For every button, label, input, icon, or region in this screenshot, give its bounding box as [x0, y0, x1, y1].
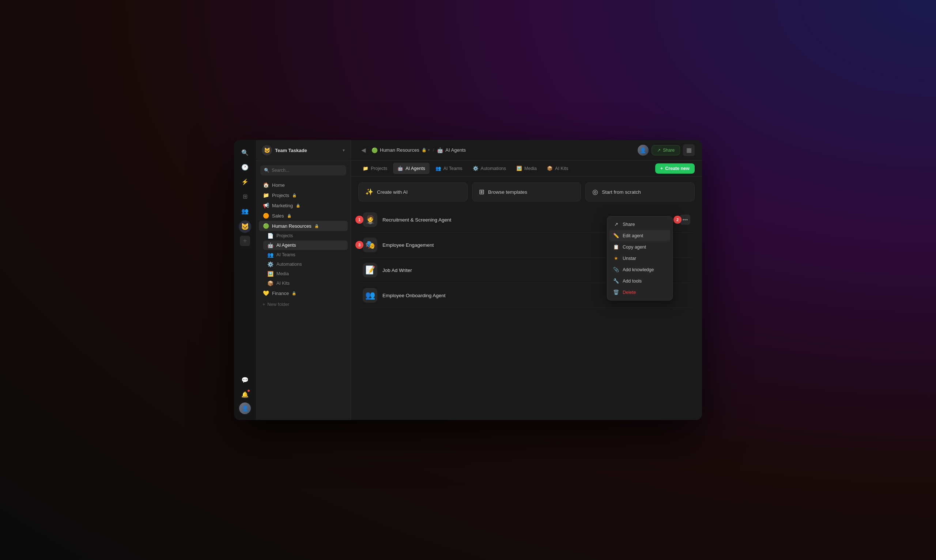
- sidebar-item-ai-teams[interactable]: 👥 AI Teams: [263, 250, 348, 260]
- tab-media-label: Media: [524, 166, 537, 171]
- tab-ai-agents[interactable]: 🤖 AI Agents: [393, 163, 430, 174]
- team-icon-btn[interactable]: 👥: [239, 204, 251, 217]
- menu-item-add-knowledge[interactable]: 📎 Add knowledge: [610, 264, 670, 275]
- sidebar-item-media[interactable]: 🖼️ Media: [263, 269, 348, 278]
- sidebar-item-marketing[interactable]: 📢 Marketing 🔒: [259, 200, 348, 211]
- breadcrumb-workspace[interactable]: 🟢 Human Resources 🔒 ▾: [371, 147, 430, 153]
- ai-kits-icon: 📦: [267, 280, 274, 286]
- agent-name-job-ad: Job Ad Writer: [382, 268, 412, 273]
- search-box[interactable]: 🔍: [260, 165, 346, 175]
- marketing-icon: 📢: [263, 203, 269, 208]
- tab-automations-label: Automations: [481, 166, 506, 171]
- automations-label: Automations: [276, 262, 302, 267]
- top-bar: ◀ 🟢 Human Resources 🔒 ▾ / 🤖 AI Agents 👤 …: [351, 140, 702, 160]
- unstar-label: Unstar: [623, 256, 636, 261]
- menu-item-unstar[interactable]: ★ Unstar: [610, 252, 670, 264]
- projects-label: Projects: [272, 192, 289, 198]
- workspace-chevron-icon: 🔒 ▾: [422, 148, 430, 152]
- search-input[interactable]: [272, 168, 343, 173]
- browse-templates-card[interactable]: ⊞ Browse templates: [472, 182, 581, 202]
- menu-item-add-tools[interactable]: 🔧 Add tools: [610, 275, 670, 286]
- tab-ai-teams[interactable]: 👥 AI Teams: [431, 163, 467, 174]
- projects-lock-icon: 🔒: [292, 193, 297, 197]
- menu-item-share[interactable]: ↗ Share: [610, 218, 670, 230]
- media-icon: 🖼️: [267, 271, 274, 277]
- tab-projects[interactable]: 📁 Projects: [358, 163, 392, 174]
- finance-lock-icon: 🔒: [292, 291, 296, 295]
- layout-toggle-button[interactable]: ▦: [683, 145, 695, 156]
- hr-lock-icon: 🔒: [314, 224, 319, 228]
- team-chevron-icon[interactable]: ▾: [343, 148, 345, 153]
- delete-label: Delete: [623, 290, 636, 295]
- sidebar-item-sales[interactable]: 🟠 Sales 🔒: [259, 211, 348, 221]
- agent-name-recruitment: Recruitment & Screening Agent: [382, 217, 451, 223]
- workspace-breadcrumb-text: Human Resources: [380, 147, 419, 153]
- sidebar-item-home[interactable]: 🏠 Home: [259, 180, 348, 190]
- new-folder-btn[interactable]: + New folder: [259, 300, 348, 309]
- ai-teams-label: AI Teams: [276, 252, 296, 257]
- grid-icon-btn[interactable]: ⊞: [239, 190, 251, 203]
- create-with-ai-card[interactable]: ✨ Create with AI: [358, 182, 468, 202]
- tabs-bar: 📁 Projects 🤖 AI Agents 👥 AI Teams ⚙️ Aut…: [351, 160, 702, 177]
- team-name: Team Taskade: [275, 148, 340, 153]
- user-avatar-topbar[interactable]: 👤: [638, 145, 649, 156]
- ai-agents-label: AI Agents: [276, 243, 296, 248]
- user-avatar-sidebar[interactable]: 👤: [239, 403, 251, 414]
- activity-icon-btn[interactable]: ⚡: [239, 175, 251, 188]
- workspace-breadcrumb-icon: 🟢: [371, 147, 378, 153]
- tab-ai-agents-icon: 🤖: [397, 166, 403, 171]
- hr-label: Human Resources: [272, 223, 311, 229]
- tab-automations[interactable]: ⚙️ Automations: [468, 163, 510, 174]
- sidebar-item-human-resources[interactable]: 🟢 Human Resources 🔒: [259, 221, 348, 231]
- notification-badge: [247, 389, 250, 392]
- sales-lock-icon: 🔒: [287, 214, 291, 218]
- action-cards: ✨ Create with AI ⊞ Browse templates ◎ St…: [351, 177, 702, 207]
- automations-icon: ⚙️: [267, 262, 274, 267]
- create-with-ai-icon: ✨: [365, 188, 373, 196]
- create-new-button[interactable]: + Create new: [655, 163, 695, 174]
- breadcrumb-page[interactable]: 🤖 AI Agents: [437, 147, 466, 153]
- agent-avatar-job-ad: 📝: [363, 263, 377, 277]
- create-with-ai-label: Create with AI: [377, 189, 408, 195]
- taskade-logo[interactable]: 🐱: [239, 220, 251, 233]
- sidebar-nav: 🏠 Home 📁 Projects 🔒 📢 Marketing 🔒 🟠 Sale…: [256, 178, 351, 420]
- back-button[interactable]: ◀: [358, 145, 368, 155]
- badge-3: 3: [356, 241, 363, 249]
- tab-projects-icon: 📁: [363, 166, 368, 171]
- left-icon-bar: 🔍 🕐 ⚡ ⊞ 👥 🐱 + 💬 🔔 👤: [234, 140, 256, 420]
- projects-icon: 📁: [263, 192, 269, 198]
- bell-icon-btn[interactable]: 🔔: [239, 388, 251, 401]
- create-new-label: Create new: [665, 166, 690, 171]
- tab-media[interactable]: 🖼️ Media: [512, 163, 541, 174]
- start-from-scratch-card[interactable]: ◎ Start from scratch: [585, 182, 695, 202]
- sidebar-item-automations[interactable]: ⚙️ Automations: [263, 260, 348, 269]
- agent-more-button-recruitment[interactable]: •••: [680, 215, 690, 225]
- search-icon-btn[interactable]: 🔍: [239, 146, 251, 159]
- agent-avatar-engagement: 🎭: [363, 238, 377, 252]
- new-folder-plus-icon: +: [263, 302, 265, 307]
- menu-item-edit-agent[interactable]: ✏️ Edit agent: [610, 230, 670, 241]
- sidebar-item-finance[interactable]: 💛 Finance 🔒: [259, 288, 348, 298]
- sidebar-item-ai-kits[interactable]: 📦 AI Kits: [263, 278, 348, 288]
- finance-label: Finance: [272, 291, 289, 296]
- badge-1: 1: [356, 216, 363, 224]
- copy-agent-label: Copy agent: [623, 245, 646, 250]
- tab-ai-kits[interactable]: 📦 AI Kits: [543, 163, 573, 174]
- share-button[interactable]: ↗ Share: [651, 145, 680, 155]
- chat-icon-btn[interactable]: 💬: [239, 373, 251, 386]
- sidebar-item-ai-agents[interactable]: 🤖 AI Agents: [263, 240, 348, 250]
- sidebar-item-projects[interactable]: 📁 Projects 🔒: [259, 190, 348, 200]
- media-label: Media: [276, 271, 289, 276]
- agent-name-onboarding: Employee Onboarding Agent: [382, 293, 446, 298]
- marketing-label: Marketing: [272, 203, 293, 208]
- home-icon: 🏠: [263, 182, 269, 188]
- sidebar-item-projects-sub[interactable]: 📄 Projects: [263, 231, 348, 240]
- start-from-scratch-icon: ◎: [592, 188, 598, 196]
- tab-media-icon: 🖼️: [516, 166, 522, 171]
- agent-avatar-recruitment: 🤵: [363, 212, 377, 227]
- menu-item-delete[interactable]: 🗑️ Delete: [610, 286, 670, 298]
- clock-icon-btn[interactable]: 🕐: [239, 160, 251, 174]
- menu-item-copy-agent[interactable]: 📋 Copy agent: [610, 241, 670, 252]
- add-workspace-btn[interactable]: +: [240, 236, 250, 246]
- tab-ai-teams-icon: 👥: [436, 166, 441, 171]
